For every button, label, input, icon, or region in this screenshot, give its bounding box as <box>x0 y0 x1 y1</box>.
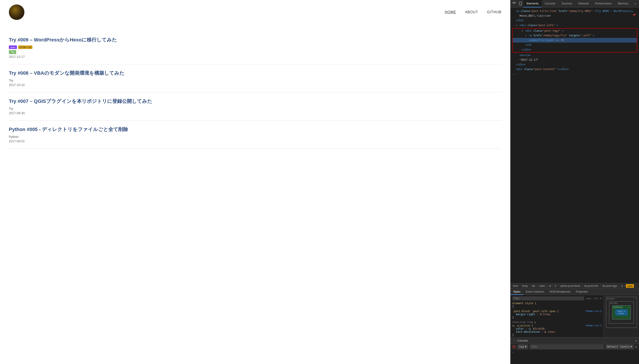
console-levels-select[interactable]: Default levels ▼ <box>605 344 633 349</box>
console-filter-input[interactable] <box>530 344 604 349</box>
dom-tag: > <box>562 29 563 32</box>
dom-attr-name: href= <box>534 34 542 37</box>
breadcrumb-body[interactable]: body <box>521 284 528 288</box>
devtools-icon-phone[interactable] <box>518 0 523 7</box>
post-title-link[interactable]: Try #008 – VBAのモダンな開発環境を構築してみた <box>9 70 124 76</box>
breadcrumb-li[interactable]: li <box>554 284 557 288</box>
console-clear-icon[interactable]: 🚫 <box>512 345 516 348</box>
pseudo-hover-btn[interactable]: :hov <box>585 297 591 300</box>
rule-property: text-decoration <box>516 330 540 334</box>
console-close-icon[interactable]: ✕ <box>635 338 637 343</box>
style-rule-post-info-span: .post-block .post-info span { theme.css:… <box>512 310 602 319</box>
tab-sources[interactable]: Sources <box>558 0 575 7</box>
console-context-select[interactable]: top ▼ <box>518 344 528 349</box>
dom-line[interactable]: <a class="post-title-link" href="/memo/t… <box>511 9 639 14</box>
margin-dash-bottom: – <box>620 325 622 327</box>
inherited-tag: a <box>534 321 536 324</box>
dom-line[interactable]: </div> <box>513 48 637 52</box>
breadcrumb-post-info[interactable]: div.post-info <box>583 284 599 288</box>
console-prompt: › <box>512 351 514 354</box>
styles-filter-input[interactable] <box>512 296 584 300</box>
console-body[interactable]: › <box>511 350 639 364</box>
panel-tab-properties[interactable]: Properties <box>573 289 591 295</box>
post-title-link[interactable]: Try #007 – QGISプラグインを本リポジトリに登録公開してみた <box>9 98 152 105</box>
panel-tab-dom-breakpoints[interactable]: DOM Breakpoints <box>547 289 573 295</box>
rule-value: 0.5rem; <box>540 313 551 316</box>
nav-about[interactable]: ABOUT <box>465 10 478 14</box>
console-toolbar: 🚫 top ▼ Default levels ▼ ⚙ <box>511 344 639 350</box>
dom-attr-val: "post-tags" <box>543 29 560 32</box>
rule-source[interactable]: theme.css:1 <box>585 310 602 312</box>
breadcrumb-div[interactable]: div <box>531 284 536 288</box>
breadcrumb-sep: › <box>520 284 520 288</box>
dom-tag: <a <box>516 10 519 13</box>
dom-line[interactable]: </a> <box>513 42 637 47</box>
devtools-icon-inspect[interactable] <box>511 0 518 7</box>
devtools-dom-area: ↙ <a class="post-title-link" href="/memo… <box>511 8 639 338</box>
dom-line[interactable]: <a></a> <box>511 53 639 58</box>
rule-value: #2c3e50; <box>533 327 546 330</box>
console-context-arrow: ▼ <box>525 345 526 348</box>
style-rule-a-active: a, a:active { theme.css:1 color : #2c3e5… <box>512 324 602 336</box>
panel-tab-styles[interactable]: Styles <box>511 289 523 295</box>
rule-selector: .post-block .post-info span { <box>512 310 559 313</box>
rule-colon: : <box>537 313 540 316</box>
margin-label: margin <box>607 298 615 300</box>
nav-home[interactable]: HOME <box>445 10 456 14</box>
breadcrumb-post-tags[interactable]: div.post-tags <box>602 284 618 288</box>
post-title-link[interactable]: Try #009 – WordPressからHexoに移行してみた <box>9 36 117 43</box>
dom-line[interactable]: ▼ <div class="post-info" > <box>511 23 639 28</box>
dom-line[interactable]: </h2> <box>511 18 639 23</box>
dom-line[interactable]: <div class="post-content" ></div> <box>511 67 639 72</box>
console-menu-icon[interactable]: ⋮ <box>512 339 515 342</box>
post-date: 2017-10-22 <box>9 83 501 87</box>
tab-network[interactable]: Network <box>575 0 592 7</box>
dom-tag: > <box>556 24 558 27</box>
post-item: Try #007 – QGISプラグインを本リポジトリに登録公開してみた Try… <box>9 92 501 120</box>
rule-value: ▶ none; <box>545 330 556 334</box>
add-style-btn[interactable]: + <box>600 296 602 300</box>
dom-line[interactable]: ▼ <div class="post-tags" > <box>513 28 637 33</box>
margin-right-dash: – <box>635 311 636 314</box>
dom-attr-name: href= <box>559 10 567 13</box>
tab-more[interactable]: » <box>631 0 639 7</box>
tab-memory[interactable]: Memory <box>615 0 631 7</box>
breadcrumb-ul[interactable]: ul <box>548 284 552 288</box>
breadcrumb-main[interactable]: main <box>538 284 546 288</box>
rule-source[interactable]: theme.css:1 <box>585 324 602 327</box>
elements-area[interactable]: ↙ <a class="post-title-link" href="/memo… <box>511 8 639 283</box>
dom-tag: <div <box>525 29 532 32</box>
dom-line[interactable]: ▼ <a href="/memo/tags/Try" target="_self… <box>513 33 637 38</box>
panel-tab-event-listeners[interactable]: Event Listeners <box>523 289 547 295</box>
post-date: 2017-12-17 <box>9 55 501 58</box>
dom-line[interactable]: Hexoに移行してみた</a> <box>511 14 639 18</box>
dom-text: Hexoに移行してみた</a> <box>519 14 551 17</box>
nav-github[interactable]: GITHUB <box>487 10 501 14</box>
breadcrumb-sep: › <box>582 284 583 288</box>
dom-tag: </div> <box>516 63 525 66</box>
tab-performance[interactable]: Performance <box>592 0 614 7</box>
breadcrumb-article[interactable]: article.post-block <box>560 284 581 288</box>
avatar <box>9 4 25 20</box>
console-settings-icon[interactable]: ⚙ <box>635 345 637 348</box>
dom-line[interactable]: "2017-12-17" <box>511 58 639 62</box>
posts-container: Try #009 – WordPressからHexoに移行してみた span 2… <box>9 26 501 153</box>
dom-attr-name: class= <box>533 29 543 32</box>
rule-selector: a, a:active { <box>512 324 533 327</box>
rule-brace: } <box>512 334 514 336</box>
console-header: ⋮ Console ✕ <box>511 338 639 344</box>
post-title-link[interactable]: Python #005 - ディレクトリをファイルごと全て削除 <box>9 126 128 133</box>
dom-attr-val: "post-content" <box>534 68 556 71</box>
breadcrumb-html[interactable]: html <box>512 284 519 288</box>
tab-console[interactable]: Console <box>542 0 558 7</box>
pseudo-cls-btn[interactable]: .cls <box>593 297 599 300</box>
post-item: Python #005 - ディレクトリをファイルごと全て削除 Python 2… <box>9 120 501 149</box>
dom-line-selected[interactable]: <span>Try</span> == $0 <box>513 38 637 42</box>
breadcrumb-span[interactable]: span <box>626 284 634 288</box>
post-item: Try #009 – WordPressからHexoに移行してみた span 2… <box>9 31 501 64</box>
box-model-area: margin – – border – padding – <box>603 295 639 338</box>
dom-line[interactable]: </div> <box>511 62 639 67</box>
post-title: Try #007 – QGISプラグインを本リポジトリに登録公開してみた <box>9 98 501 105</box>
tab-elements[interactable]: Elements <box>523 0 542 7</box>
breadcrumb-a[interactable]: a <box>620 284 623 288</box>
